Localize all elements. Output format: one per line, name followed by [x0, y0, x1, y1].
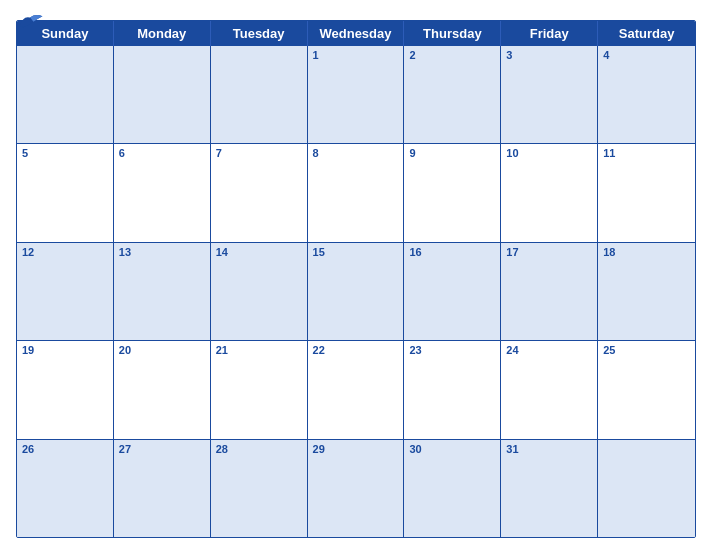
weeks-container: 1234567891011121314151617181920212223242… [17, 46, 695, 537]
day-cell-13: 13 [114, 243, 211, 340]
day-number: 21 [216, 344, 302, 356]
day-cell-5: 5 [17, 144, 114, 241]
day-cell-empty [598, 440, 695, 537]
day-cell-10: 10 [501, 144, 598, 241]
day-headers-row: SundayMondayTuesdayWednesdayThursdayFrid… [17, 21, 695, 46]
day-cell-2: 2 [404, 46, 501, 143]
day-cell-empty [114, 46, 211, 143]
day-number: 16 [409, 246, 495, 258]
day-cell-23: 23 [404, 341, 501, 438]
day-cell-9: 9 [404, 144, 501, 241]
day-cell-18: 18 [598, 243, 695, 340]
day-cell-28: 28 [211, 440, 308, 537]
calendar-page: SundayMondayTuesdayWednesdayThursdayFrid… [0, 0, 712, 550]
day-header-wednesday: Wednesday [308, 21, 405, 46]
day-cell-17: 17 [501, 243, 598, 340]
day-header-saturday: Saturday [598, 21, 695, 46]
day-number: 18 [603, 246, 690, 258]
day-cell-19: 19 [17, 341, 114, 438]
day-number: 9 [409, 147, 495, 159]
day-cell-7: 7 [211, 144, 308, 241]
day-number: 1 [313, 49, 399, 61]
day-cell-29: 29 [308, 440, 405, 537]
day-number: 8 [313, 147, 399, 159]
day-number: 6 [119, 147, 205, 159]
day-cell-31: 31 [501, 440, 598, 537]
day-number: 14 [216, 246, 302, 258]
calendar-grid: SundayMondayTuesdayWednesdayThursdayFrid… [16, 20, 696, 538]
day-number: 31 [506, 443, 592, 455]
day-number: 5 [22, 147, 108, 159]
week-row-2: 567891011 [17, 143, 695, 241]
week-row-3: 12131415161718 [17, 242, 695, 340]
day-number: 30 [409, 443, 495, 455]
day-cell-8: 8 [308, 144, 405, 241]
day-number: 13 [119, 246, 205, 258]
day-cell-30: 30 [404, 440, 501, 537]
day-cell-12: 12 [17, 243, 114, 340]
day-header-tuesday: Tuesday [211, 21, 308, 46]
day-number: 3 [506, 49, 592, 61]
week-row-4: 19202122232425 [17, 340, 695, 438]
day-cell-25: 25 [598, 341, 695, 438]
day-number: 19 [22, 344, 108, 356]
day-number: 2 [409, 49, 495, 61]
day-number: 22 [313, 344, 399, 356]
day-cell-24: 24 [501, 341, 598, 438]
day-number: 17 [506, 246, 592, 258]
day-number: 24 [506, 344, 592, 356]
day-cell-16: 16 [404, 243, 501, 340]
day-number: 29 [313, 443, 399, 455]
day-number: 26 [22, 443, 108, 455]
logo [16, 12, 44, 31]
day-cell-6: 6 [114, 144, 211, 241]
week-row-1: 1234 [17, 46, 695, 143]
day-header-friday: Friday [501, 21, 598, 46]
day-cell-3: 3 [501, 46, 598, 143]
day-number: 27 [119, 443, 205, 455]
day-cell-27: 27 [114, 440, 211, 537]
day-number: 11 [603, 147, 690, 159]
day-number: 15 [313, 246, 399, 258]
day-cell-20: 20 [114, 341, 211, 438]
day-cell-21: 21 [211, 341, 308, 438]
day-number: 7 [216, 147, 302, 159]
day-cell-empty [17, 46, 114, 143]
day-number: 12 [22, 246, 108, 258]
day-number: 25 [603, 344, 690, 356]
day-number: 10 [506, 147, 592, 159]
day-cell-26: 26 [17, 440, 114, 537]
day-header-thursday: Thursday [404, 21, 501, 46]
day-number: 4 [603, 49, 690, 61]
day-cell-1: 1 [308, 46, 405, 143]
day-cell-14: 14 [211, 243, 308, 340]
day-cell-11: 11 [598, 144, 695, 241]
day-cell-4: 4 [598, 46, 695, 143]
day-cell-empty [211, 46, 308, 143]
day-number: 23 [409, 344, 495, 356]
day-number: 28 [216, 443, 302, 455]
day-cell-22: 22 [308, 341, 405, 438]
week-row-5: 262728293031 [17, 439, 695, 537]
logo-bird-icon [16, 12, 44, 30]
day-number: 20 [119, 344, 205, 356]
day-cell-15: 15 [308, 243, 405, 340]
day-header-monday: Monday [114, 21, 211, 46]
